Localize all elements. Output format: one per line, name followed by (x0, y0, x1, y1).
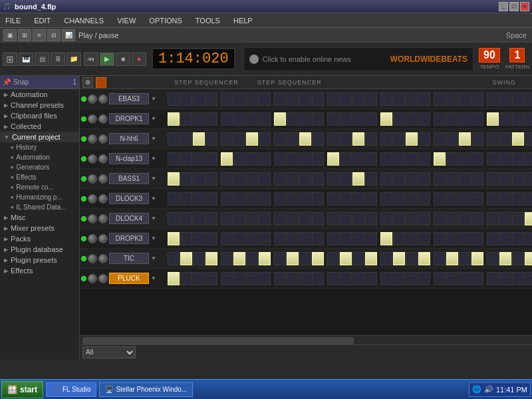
step-button[interactable] (512, 92, 524, 106)
instrument-led[interactable] (81, 136, 86, 142)
step-button[interactable] (434, 252, 446, 265)
step-button[interactable] (312, 252, 324, 265)
instrument-arrow[interactable]: ▼ (151, 96, 156, 102)
step-button[interactable] (365, 172, 377, 186)
step-button[interactable] (512, 192, 524, 205)
step-button[interactable] (512, 152, 524, 166)
step-button[interactable] (327, 172, 339, 186)
step-button[interactable] (340, 112, 352, 126)
step-button[interactable] (352, 212, 364, 225)
step-button[interactable] (406, 132, 418, 146)
filter-select[interactable]: All Drums Bass Synth (82, 346, 136, 358)
instrument-knob[interactable] (98, 254, 108, 263)
menu-channels[interactable]: CHANNELS (61, 15, 106, 26)
step-button[interactable] (259, 152, 271, 166)
step-button[interactable] (287, 192, 299, 205)
step-button[interactable] (340, 92, 352, 106)
step-button[interactable] (446, 112, 458, 126)
step-button[interactable] (393, 132, 405, 146)
step-button[interactable] (287, 252, 299, 265)
instrument-name-button[interactable]: DROPK1 (109, 113, 149, 124)
step-button[interactable] (340, 152, 352, 166)
step-button[interactable] (233, 92, 245, 106)
step-button[interactable] (365, 192, 377, 205)
step-button[interactable] (259, 92, 271, 106)
sidebar-subitem-generators[interactable]: Generators (0, 162, 79, 172)
step-button[interactable] (365, 252, 377, 265)
instrument-knob[interactable] (88, 254, 97, 263)
instrument-knob[interactable] (98, 234, 108, 243)
step-button[interactable] (299, 252, 311, 265)
instrument-knob[interactable] (88, 174, 97, 184)
step-button[interactable] (287, 152, 299, 166)
step-button[interactable] (312, 152, 324, 166)
step-button[interactable] (525, 252, 532, 265)
step-button[interactable] (499, 212, 511, 225)
step-button[interactable] (274, 112, 286, 126)
step-button[interactable] (487, 172, 499, 186)
step-button[interactable] (365, 112, 377, 126)
step-button[interactable] (406, 152, 418, 166)
step-button[interactable] (487, 192, 499, 205)
instrument-name-button[interactable]: DLOCK4 (109, 213, 149, 224)
sidebar-subitem-remote[interactable]: Remote co... (0, 182, 79, 192)
step-button[interactable] (180, 232, 192, 245)
step-button[interactable] (274, 252, 286, 265)
step-button[interactable] (287, 132, 299, 146)
taskbar-item-fl[interactable]: 🎵 FL Studio (46, 382, 96, 397)
step-button[interactable] (525, 112, 532, 126)
step-button[interactable] (168, 232, 180, 245)
step-button[interactable] (471, 112, 483, 126)
step-button[interactable] (512, 272, 524, 285)
instrument-led[interactable] (81, 256, 86, 261)
instrument-name-button[interactable]: N-clap13 (109, 153, 149, 164)
step-button[interactable] (168, 252, 180, 265)
step-button[interactable] (380, 92, 392, 106)
step-button[interactable] (259, 272, 271, 285)
step-button[interactable] (499, 152, 511, 166)
step-button[interactable] (299, 152, 311, 166)
step-button[interactable] (380, 212, 392, 225)
instrument-name-button[interactable]: BASS1 (109, 173, 149, 184)
step-button[interactable] (168, 132, 180, 146)
step-button[interactable] (459, 212, 471, 225)
step-button[interactable] (471, 252, 483, 265)
step-button[interactable] (193, 252, 205, 265)
step-button[interactable] (287, 212, 299, 225)
step-button[interactable] (193, 132, 205, 146)
sidebar-item-plugin-database[interactable]: Plugin database (0, 244, 79, 255)
instrument-knob[interactable] (88, 274, 97, 283)
step-button[interactable] (205, 112, 217, 126)
step-button[interactable] (312, 132, 324, 146)
step-button[interactable] (340, 132, 352, 146)
step-button[interactable] (380, 232, 392, 245)
step-button[interactable] (233, 232, 245, 245)
step-button[interactable] (418, 252, 430, 265)
step-button[interactable] (406, 232, 418, 245)
step-button[interactable] (380, 132, 392, 146)
step-button[interactable] (393, 172, 405, 186)
step-button[interactable] (352, 132, 364, 146)
step-button[interactable] (352, 152, 364, 166)
sidebar-subitem-history[interactable]: History (0, 142, 79, 152)
sidebar-subitem-automation[interactable]: Automation (0, 152, 79, 162)
sidebar-subitem-effects[interactable]: Effects (0, 172, 79, 182)
step-button[interactable] (499, 172, 511, 186)
step-button[interactable] (406, 212, 418, 225)
step-button[interactable] (274, 132, 286, 146)
step-button[interactable] (221, 192, 233, 205)
step-button[interactable] (446, 172, 458, 186)
step-button[interactable] (205, 152, 217, 166)
instrument-arrow[interactable]: ▼ (151, 275, 156, 281)
step-button[interactable] (274, 192, 286, 205)
step-button[interactable] (274, 272, 286, 285)
step-button[interactable] (365, 232, 377, 245)
step-button[interactable] (180, 132, 192, 146)
step-button[interactable] (499, 272, 511, 285)
step-button[interactable] (406, 172, 418, 186)
step-button[interactable] (221, 252, 233, 265)
sidebar-item-clipboard[interactable]: Clipboard files (0, 110, 79, 121)
step-button[interactable] (471, 132, 483, 146)
sidebar-item-plugin-presets[interactable]: Plugin presets (0, 255, 79, 265)
step-button[interactable] (471, 192, 483, 205)
